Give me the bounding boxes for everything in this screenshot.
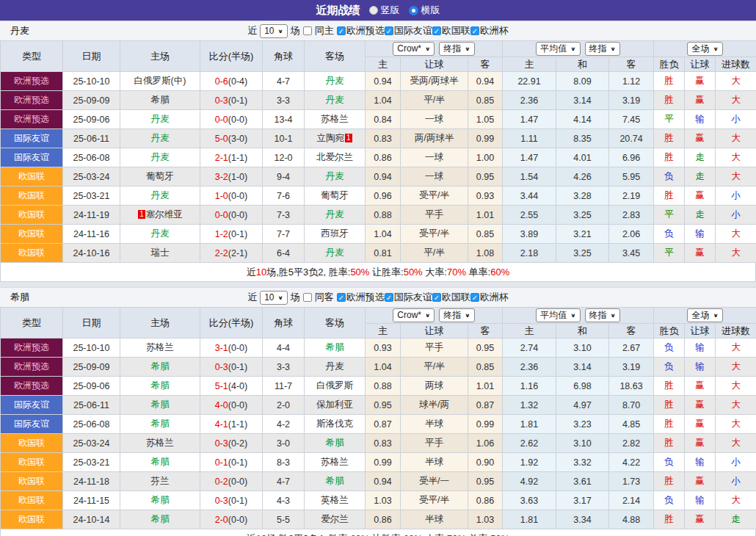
odds-away: 1.01 bbox=[468, 377, 503, 396]
league-checkbox[interactable]: ✓ bbox=[432, 293, 441, 302]
table-row: 欧国联 24-11-19 1塞尔维亚 0-0(0-0) 7-3 丹麦 0.88 … bbox=[1, 206, 756, 225]
handicap-line: 受半/一 bbox=[401, 472, 468, 491]
league-checkbox[interactable]: ✓ bbox=[432, 26, 441, 35]
summary-part: 让胜率: bbox=[369, 266, 403, 279]
avg-draw: 8.35 bbox=[556, 129, 609, 148]
table-row: 欧国联 25-03-24 苏格兰 0-3(0-2) 3-0 希腊 0.83 平手… bbox=[1, 434, 756, 453]
col-corner: 角球 bbox=[263, 41, 305, 72]
table-row: 国际友谊 25-06-11 丹麦 5-0(3-0) 10-1 立陶宛1 0.83… bbox=[1, 129, 756, 148]
avg-away: 2.82 bbox=[609, 434, 654, 453]
match-date: 24-11-19 bbox=[63, 206, 120, 225]
league-label: 国际友谊 bbox=[394, 24, 432, 37]
away-team: 斯洛伐克 bbox=[305, 415, 366, 434]
red-card-icon: 1 bbox=[345, 134, 352, 142]
league-filter[interactable]: ✓国际友谊 bbox=[385, 24, 432, 37]
league-checkbox[interactable]: ✓ bbox=[385, 293, 393, 302]
home-team: 丹麦 bbox=[120, 148, 200, 167]
league-filter[interactable]: ✓欧洲预选 bbox=[337, 24, 385, 37]
section-gap bbox=[0, 282, 756, 287]
same-venue-checkbox[interactable] bbox=[303, 26, 312, 35]
corner-score: 4-7 bbox=[263, 472, 305, 491]
handicap-line: 平手 bbox=[401, 338, 468, 358]
league-checkbox[interactable]: ✓ bbox=[385, 26, 393, 35]
away-team: 保加利亚 bbox=[305, 396, 366, 415]
summary-part: 10 bbox=[256, 533, 266, 536]
away-team: 丹麦 bbox=[305, 167, 366, 186]
filter-controls: 近 10∨ 场 同客 ✓欧洲预选✓国际友谊✓欧国联✓欧洲杯 bbox=[247, 291, 509, 305]
home-team: 希腊 bbox=[120, 415, 200, 434]
odds-home: 0.86 bbox=[366, 510, 401, 529]
odds-home: 0.94 bbox=[366, 72, 401, 91]
radio-checked-icon[interactable] bbox=[409, 6, 418, 15]
avg-home: 1.81 bbox=[503, 510, 556, 529]
avg-home: 2.55 bbox=[503, 206, 556, 225]
fulltime-select[interactable]: 全场∨ bbox=[687, 308, 722, 322]
home-team: 希腊 bbox=[120, 91, 200, 110]
recent-count-select[interactable]: 10∨ bbox=[260, 24, 288, 38]
recent-count-select[interactable]: 10∨ bbox=[260, 291, 288, 305]
summary-part: 50% bbox=[490, 533, 509, 536]
league-filter[interactable]: ✓欧国联 bbox=[432, 291, 470, 304]
league-filter[interactable]: ✓国际友谊 bbox=[385, 291, 432, 304]
league-filter[interactable]: ✓欧洲预选 bbox=[337, 291, 385, 304]
result-handicap: 赢 bbox=[685, 91, 716, 110]
handicap-line: 一球 bbox=[401, 110, 468, 129]
league-type-badge: 欧洲预选 bbox=[1, 338, 63, 358]
corner-score: 4-7 bbox=[263, 72, 305, 91]
away-team: 苏格兰 bbox=[305, 453, 366, 472]
avg-draw: 3.61 bbox=[556, 472, 609, 491]
odds-stage-select[interactable]: 终指∨ bbox=[439, 42, 474, 56]
score-halftime: 3-1(0-0) bbox=[200, 338, 263, 358]
result-winloss: 胜 bbox=[654, 148, 685, 167]
average-select[interactable]: 平均值∨ bbox=[536, 42, 580, 56]
col-odds-home: 主 bbox=[366, 324, 401, 338]
score-halftime: 0-0(0-0) bbox=[200, 206, 263, 225]
handicap-line: 球半/两 bbox=[401, 396, 468, 415]
fulltime-select[interactable]: 全场∨ bbox=[687, 42, 722, 56]
avg-home: 2.18 bbox=[503, 244, 556, 263]
league-filter[interactable]: ✓欧洲杯 bbox=[470, 291, 509, 304]
odds-away: 1.01 bbox=[468, 206, 503, 225]
handicap-line: 平手 bbox=[401, 206, 468, 225]
avg-draw: 3.14 bbox=[556, 358, 609, 377]
league-checkbox[interactable]: ✓ bbox=[470, 293, 479, 302]
avg-away: 3.19 bbox=[609, 358, 654, 377]
odds-home: 0.83 bbox=[366, 434, 401, 453]
league-checkbox[interactable]: ✓ bbox=[337, 26, 346, 35]
avg-away: 20.74 bbox=[609, 129, 654, 148]
home-team: 苏格兰 bbox=[120, 434, 200, 453]
layout-option-vertical[interactable]: 竖版 bbox=[369, 4, 400, 17]
odds-home: 0.99 bbox=[366, 453, 401, 472]
league-filter[interactable]: ✓欧洲杯 bbox=[470, 24, 509, 37]
score-halftime: 4-1(1-1) bbox=[200, 415, 263, 434]
home-team: 白俄罗斯(中) bbox=[120, 72, 200, 91]
avg-draw: 3.34 bbox=[556, 510, 609, 529]
result-winloss: 负 bbox=[654, 338, 685, 358]
col-avg-home: 主 bbox=[503, 324, 556, 338]
avg-stage-select[interactable]: 终指∨ bbox=[585, 42, 620, 56]
result-handicap: 输 bbox=[685, 338, 716, 358]
table-row: 欧国联 25-03-21 丹麦 1-0(0-0) 7-6 葡萄牙 0.96 受平… bbox=[1, 186, 756, 206]
radio-unchecked-icon[interactable] bbox=[369, 6, 378, 15]
summary-part: 大率: bbox=[423, 266, 447, 279]
avg-stage-select[interactable]: 终指∨ bbox=[585, 308, 620, 322]
odds-stage-select[interactable]: 终指∨ bbox=[439, 308, 474, 322]
result-goals: 大 bbox=[716, 358, 756, 377]
average-select[interactable]: 平均值∨ bbox=[536, 308, 580, 322]
odds-away: 1.00 bbox=[468, 148, 503, 167]
same-venue-checkbox[interactable] bbox=[303, 293, 312, 302]
odds-away: 0.99 bbox=[468, 129, 503, 148]
layout-option-horizontal[interactable]: 横版 bbox=[409, 4, 440, 17]
league-checkbox[interactable]: ✓ bbox=[337, 293, 346, 302]
avg-home: 1.16 bbox=[503, 377, 556, 396]
table-row: 欧洲预选 25-09-09 希腊 0-3(0-1) 3-3 丹麦 1.04 平/… bbox=[1, 91, 756, 110]
chevron-down-icon: ∨ bbox=[278, 26, 283, 35]
league-checkbox[interactable]: ✓ bbox=[470, 26, 479, 35]
league-label: 欧国联 bbox=[442, 24, 470, 37]
odds-home: 1.04 bbox=[366, 358, 401, 377]
bookmaker-select[interactable]: Crow*∨ bbox=[393, 42, 435, 56]
league-filter[interactable]: ✓欧国联 bbox=[432, 24, 470, 37]
bookmaker-select[interactable]: Crow*∨ bbox=[393, 308, 435, 322]
home-team: 希腊 bbox=[120, 396, 200, 415]
score-halftime: 5-0(3-0) bbox=[200, 129, 263, 148]
